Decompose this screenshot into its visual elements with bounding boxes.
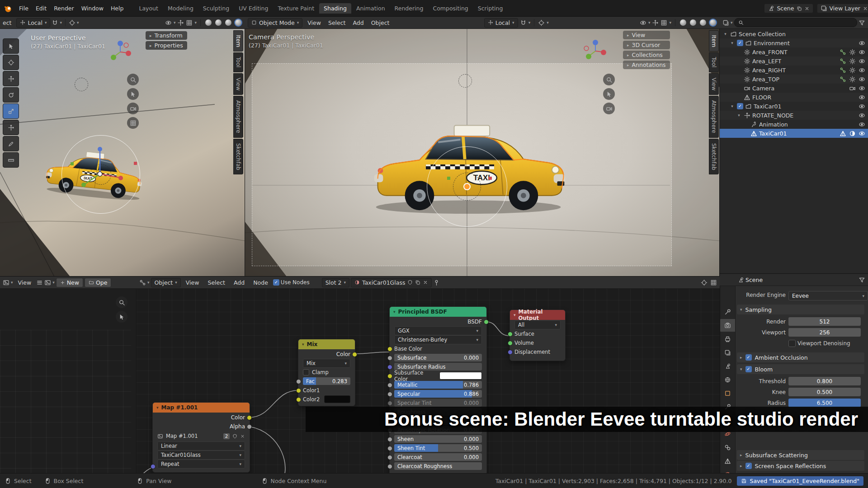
outliner-row-area-left[interactable]: Area_LEFT bbox=[720, 56, 868, 66]
principled-input-specular[interactable]: Specular0.886 bbox=[394, 389, 482, 398]
collection-checkbox[interactable]: ✓ bbox=[737, 103, 743, 109]
menu-render[interactable]: Render bbox=[50, 4, 78, 13]
tool-cursor[interactable] bbox=[3, 55, 19, 70]
node-image-texture[interactable]: ▾Map #1.001 Color Alpha Map #1.001 2 Lin… bbox=[152, 402, 250, 473]
properties-tab-material[interactable] bbox=[720, 468, 735, 473]
editor-type-icon[interactable] bbox=[139, 279, 146, 286]
pan-hand-button[interactable] bbox=[127, 88, 139, 100]
workspace-tab-layout[interactable]: Layout bbox=[134, 3, 163, 14]
editor-type-icon[interactable] bbox=[3, 279, 9, 286]
visibility-eye-icon[interactable] bbox=[859, 130, 865, 137]
shading-wireframe[interactable] bbox=[679, 19, 687, 27]
properties-tab-scene[interactable] bbox=[720, 360, 735, 372]
displacement-input[interactable]: Displacement bbox=[514, 347, 561, 356]
tool-move[interactable] bbox=[3, 71, 19, 86]
extension-dropdown[interactable]: Repeat▾ bbox=[157, 460, 245, 468]
image-browse-icon[interactable] bbox=[44, 279, 51, 286]
panel-annotations[interactable]: ▸Annotations bbox=[623, 61, 670, 69]
color2-input[interactable]: Color2 bbox=[303, 395, 350, 404]
pan-hand-button[interactable] bbox=[603, 88, 615, 100]
gizmo-handle-y[interactable] bbox=[71, 162, 74, 165]
hamburger-menu-icon[interactable] bbox=[36, 279, 43, 286]
zoom-button[interactable] bbox=[127, 74, 139, 85]
fake-user-shield-icon[interactable] bbox=[407, 280, 413, 285]
search-input[interactable] bbox=[746, 19, 853, 26]
principled-input-specular-tint[interactable]: Specular Tint0.000 bbox=[394, 399, 482, 407]
properties-tab-object-data[interactable] bbox=[720, 455, 735, 467]
tool-scale[interactable] bbox=[3, 103, 19, 119]
perspective-toggle-button[interactable] bbox=[127, 117, 139, 129]
save-report[interactable]: Saved "TaxiCar01_EeveeRender.blend" bbox=[737, 476, 863, 486]
viewport-menu-view[interactable]: View bbox=[304, 19, 325, 27]
new-image-button[interactable]: New bbox=[56, 278, 83, 287]
menu-view[interactable]: View bbox=[182, 278, 203, 287]
properties-tab-constraints[interactable] bbox=[720, 441, 735, 454]
editor-type-icon[interactable] bbox=[722, 19, 729, 26]
menu-node[interactable]: Node bbox=[250, 278, 272, 287]
visibility-eye-icon[interactable] bbox=[859, 85, 865, 92]
visibility-eye-icon[interactable] bbox=[859, 58, 865, 65]
shading-wireframe[interactable] bbox=[204, 19, 212, 27]
workspace-tab-animation[interactable]: Animation bbox=[352, 3, 390, 14]
properties-tab-view-layer[interactable] bbox=[720, 346, 735, 359]
ssr-checkbox[interactable]: ✓ bbox=[745, 463, 752, 469]
panel-transform[interactable]: ▸Transform bbox=[146, 31, 187, 40]
sidebar-tab-view[interactable]: View bbox=[709, 73, 719, 95]
pin-icon[interactable] bbox=[433, 279, 440, 286]
volume-input[interactable]: Volume bbox=[514, 338, 561, 347]
view-layer-selector[interactable]: View Layer bbox=[817, 4, 868, 13]
image-datablock[interactable]: Map #1.001 2 bbox=[157, 431, 245, 441]
output-alpha[interactable]: Alpha bbox=[157, 422, 245, 431]
panel-view[interactable]: ▸View bbox=[623, 31, 670, 39]
section-subsurface-scattering[interactable]: ▸Subsurface Scattering bbox=[737, 450, 864, 460]
outliner-row-scene-collection[interactable]: ▾Scene Collection bbox=[720, 29, 868, 38]
principled-input-subsurface[interactable]: Subsurface0.000 bbox=[394, 353, 482, 362]
shading-material[interactable] bbox=[699, 19, 707, 27]
value-slider[interactable]: Specular0.886 bbox=[394, 390, 482, 398]
visibility-eye-icon[interactable] bbox=[859, 76, 865, 83]
sidebar-tab-item[interactable]: Item bbox=[233, 30, 243, 52]
transform-orientation-dropdown[interactable]: Local▾ bbox=[484, 18, 518, 28]
tool-rotate[interactable] bbox=[3, 87, 19, 103]
output-bsdf[interactable]: BSDF bbox=[394, 317, 482, 326]
properties-tab-output[interactable] bbox=[720, 333, 735, 345]
base-color-input[interactable]: Base Color bbox=[394, 344, 482, 353]
clipped-object-menu[interactable]: ect bbox=[3, 19, 15, 27]
gizmo-handle-y[interactable] bbox=[447, 177, 450, 180]
principled-input-sheen[interactable]: Sheen0.000 bbox=[394, 435, 482, 443]
disclosure-caret[interactable]: ▾ bbox=[736, 113, 742, 117]
outliner-row-floor[interactable]: FLOOR bbox=[720, 93, 868, 102]
overlays-toggle-icon[interactable] bbox=[660, 19, 667, 26]
node-material-output[interactable]: ▾Material Output All▾ Surface Volume Dis… bbox=[509, 310, 566, 361]
node-principled-bsdf[interactable]: ▾Principled BSDF BSDF GGX▾ Christensen-B… bbox=[389, 306, 487, 473]
viewport-denoising-checkbox[interactable]: ✓ bbox=[788, 340, 796, 347]
visibility-dropdown-icon[interactable] bbox=[165, 19, 172, 26]
gizmo-handle-x[interactable] bbox=[489, 177, 492, 180]
fac-slider-row[interactable]: Fac 0.283 bbox=[303, 377, 350, 385]
output-color[interactable]: Color bbox=[157, 413, 245, 422]
sidebar-tab-atmosphere[interactable]: Atmosphere bbox=[709, 96, 719, 138]
slot-dropdown[interactable]: Slot 2▾ bbox=[322, 278, 349, 287]
value-slider[interactable]: Sheen Tint0.500 bbox=[394, 444, 482, 452]
output-color[interactable]: Color bbox=[303, 350, 350, 358]
move-gizmo[interactable] bbox=[76, 145, 126, 195]
panel-collections[interactable]: ▸Collections bbox=[623, 51, 670, 59]
properties-tab-world[interactable] bbox=[720, 373, 735, 386]
tool-measure[interactable] bbox=[3, 152, 19, 168]
visibility-eye-icon[interactable] bbox=[859, 94, 865, 101]
outliner-row-area-right[interactable]: Area_RIGHT bbox=[720, 66, 868, 75]
unlink-icon[interactable] bbox=[240, 434, 245, 439]
menu-select[interactable]: Select bbox=[204, 278, 229, 287]
disclosure-caret[interactable]: ▾ bbox=[722, 32, 728, 36]
shading-solid[interactable] bbox=[214, 19, 222, 27]
value-slider[interactable]: Clearcoat Roughness bbox=[394, 462, 482, 470]
ao-checkbox[interactable]: ✓ bbox=[745, 354, 752, 361]
clamp-checkbox-row[interactable]: ✓ Clamp bbox=[303, 368, 350, 376]
value-slider[interactable]: Specular Tint0.000 bbox=[394, 399, 482, 407]
unlink-icon[interactable] bbox=[423, 280, 428, 285]
viewport-right-canvas[interactable]: Camera Perspective (27) TaxiCar01 | Taxi… bbox=[245, 28, 720, 277]
snap-magnet-icon[interactable] bbox=[520, 19, 527, 26]
close-icon[interactable] bbox=[804, 6, 810, 11]
outliner-row-taxicar01[interactable]: TaxiCar01 bbox=[720, 129, 868, 138]
viewport-left-canvas[interactable]: User Perspective (27) TaxiCar01 | TaxiCa… bbox=[0, 28, 245, 277]
